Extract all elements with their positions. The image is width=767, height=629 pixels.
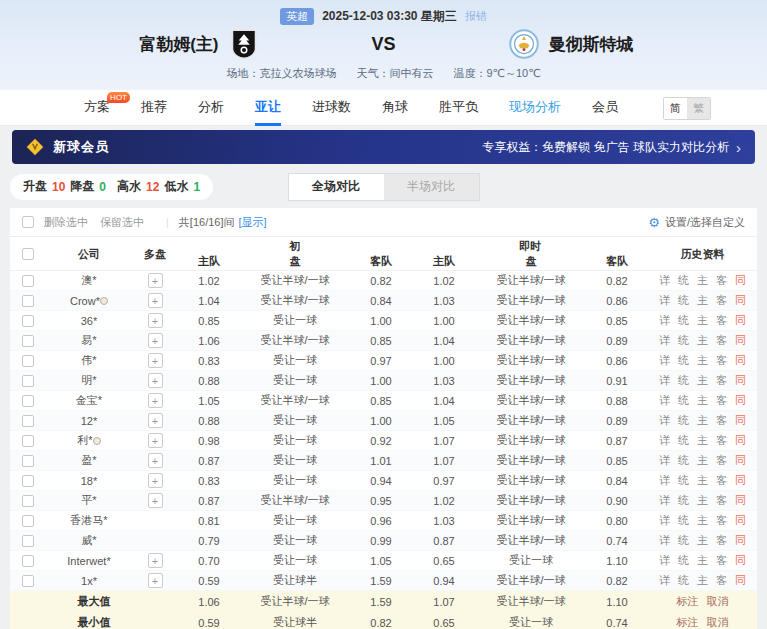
history-away-link[interactable]: 客: [716, 573, 727, 588]
nav-item-member[interactable]: 会员: [592, 90, 618, 126]
history-away-link[interactable]: 客: [716, 393, 727, 408]
history-same-link[interactable]: 同: [735, 473, 746, 488]
expand-row-button[interactable]: +: [148, 273, 163, 288]
row-checkbox[interactable]: [22, 555, 34, 567]
history-away-link[interactable]: 客: [716, 333, 727, 348]
mark-link[interactable]: 标注: [677, 615, 699, 629]
vip-member-banner[interactable]: 新球会员 专享权益：免费解锁 免广告 球队实力对比分析 ›: [12, 130, 755, 164]
history-away-link[interactable]: 客: [716, 493, 727, 508]
history-same-link[interactable]: 同: [735, 453, 746, 468]
history-stats-link[interactable]: 统: [678, 433, 689, 448]
history-stats-link[interactable]: 统: [678, 373, 689, 388]
history-detail-link[interactable]: 详: [659, 333, 670, 348]
keep-selected-button[interactable]: 保留选中: [100, 215, 144, 230]
history-same-link[interactable]: 同: [735, 413, 746, 428]
cancel-link[interactable]: 取消: [707, 594, 729, 609]
mark-link[interactable]: 标注: [677, 594, 699, 609]
history-stats-link[interactable]: 统: [678, 393, 689, 408]
history-away-link[interactable]: 客: [716, 413, 727, 428]
history-home-link[interactable]: 主: [697, 573, 708, 588]
history-stats-link[interactable]: 统: [678, 453, 689, 468]
history-same-link[interactable]: 同: [735, 373, 746, 388]
history-detail-link[interactable]: 详: [659, 373, 670, 388]
history-home-link[interactable]: 主: [697, 453, 708, 468]
nav-item-analysis[interactable]: 分析: [198, 90, 224, 126]
expand-row-button[interactable]: +: [148, 433, 163, 448]
history-home-link[interactable]: 主: [697, 473, 708, 488]
row-checkbox[interactable]: [22, 355, 34, 367]
row-checkbox[interactable]: [22, 575, 34, 587]
row-checkbox[interactable]: [22, 395, 34, 407]
row-checkbox[interactable]: [22, 415, 34, 427]
row-checkbox[interactable]: [22, 495, 34, 507]
history-stats-link[interactable]: 统: [678, 473, 689, 488]
row-checkbox[interactable]: [22, 435, 34, 447]
history-detail-link[interactable]: 详: [659, 433, 670, 448]
expand-row-button[interactable]: +: [148, 493, 163, 508]
history-home-link[interactable]: 主: [697, 533, 708, 548]
expand-row-button[interactable]: +: [148, 473, 163, 488]
history-home-link[interactable]: 主: [697, 553, 708, 568]
nav-item-plans[interactable]: 方案 HOT: [84, 90, 110, 126]
history-stats-link[interactable]: 统: [678, 553, 689, 568]
cancel-link[interactable]: 取消: [707, 615, 729, 629]
history-home-link[interactable]: 主: [697, 433, 708, 448]
expand-row-button[interactable]: +: [148, 333, 163, 348]
history-detail-link[interactable]: 详: [659, 353, 670, 368]
history-home-link[interactable]: 主: [697, 393, 708, 408]
expand-row-button[interactable]: +: [148, 373, 163, 388]
history-same-link[interactable]: 同: [735, 333, 746, 348]
row-checkbox[interactable]: [22, 515, 34, 527]
history-stats-link[interactable]: 统: [678, 573, 689, 588]
row-checkbox[interactable]: [22, 475, 34, 487]
history-home-link[interactable]: 主: [697, 373, 708, 388]
history-away-link[interactable]: 客: [716, 553, 727, 568]
row-checkbox[interactable]: [22, 535, 34, 547]
history-home-link[interactable]: 主: [697, 513, 708, 528]
history-stats-link[interactable]: 统: [678, 513, 689, 528]
history-stats-link[interactable]: 统: [678, 353, 689, 368]
history-stats-link[interactable]: 统: [678, 533, 689, 548]
history-detail-link[interactable]: 详: [659, 313, 670, 328]
row-checkbox[interactable]: [22, 295, 34, 307]
history-away-link[interactable]: 客: [716, 433, 727, 448]
history-detail-link[interactable]: 详: [659, 573, 670, 588]
history-away-link[interactable]: 客: [716, 313, 727, 328]
history-same-link[interactable]: 同: [735, 353, 746, 368]
tab-full-match[interactable]: 全场对比: [289, 174, 384, 200]
history-detail-link[interactable]: 详: [659, 393, 670, 408]
tab-half-match[interactable]: 半场对比: [384, 174, 479, 200]
nav-item-1x2[interactable]: 胜平负: [439, 90, 478, 126]
history-away-link[interactable]: 客: [716, 353, 727, 368]
history-stats-link[interactable]: 统: [678, 333, 689, 348]
history-home-link[interactable]: 主: [697, 293, 708, 308]
history-same-link[interactable]: 同: [735, 553, 746, 568]
history-same-link[interactable]: 同: [735, 273, 746, 288]
delete-selected-button[interactable]: 删除选中: [44, 215, 88, 230]
history-detail-link[interactable]: 详: [659, 453, 670, 468]
history-same-link[interactable]: 同: [735, 573, 746, 588]
history-home-link[interactable]: 主: [697, 353, 708, 368]
history-detail-link[interactable]: 详: [659, 533, 670, 548]
history-detail-link[interactable]: 详: [659, 473, 670, 488]
history-away-link[interactable]: 客: [716, 293, 727, 308]
nav-item-recommend[interactable]: 推荐: [141, 90, 167, 126]
history-stats-link[interactable]: 统: [678, 293, 689, 308]
row-checkbox[interactable]: [22, 455, 34, 467]
history-home-link[interactable]: 主: [697, 493, 708, 508]
settings-button[interactable]: ⚙ 设置/选择自定义: [648, 215, 745, 230]
lang-traditional-button[interactable]: 繁: [687, 98, 710, 119]
expand-row-button[interactable]: +: [148, 393, 163, 408]
history-away-link[interactable]: 客: [716, 373, 727, 388]
report-error-link[interactable]: 报错: [465, 9, 487, 24]
history-away-link[interactable]: 客: [716, 533, 727, 548]
history-same-link[interactable]: 同: [735, 393, 746, 408]
select-all-checkbox[interactable]: [22, 248, 34, 260]
expand-row-button[interactable]: +: [148, 313, 163, 328]
expand-row-button[interactable]: +: [148, 413, 163, 428]
expand-row-button[interactable]: +: [148, 453, 163, 468]
history-home-link[interactable]: 主: [697, 333, 708, 348]
show-link[interactable]: [显示]: [239, 215, 267, 230]
row-checkbox[interactable]: [22, 275, 34, 287]
expand-row-button[interactable]: +: [148, 573, 163, 588]
